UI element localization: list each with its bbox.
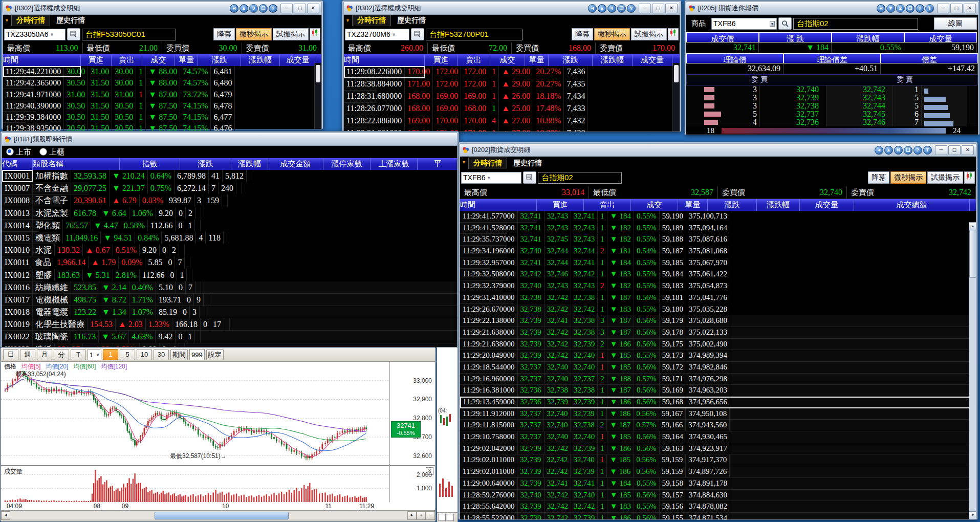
table-row[interactable]: 11:29:32.50800032,74232,74632,7421▼ 1830… <box>460 269 509 280</box>
tab-realtime[interactable]: 分時行情 <box>352 15 391 26</box>
table-row[interactable]: IX0022玻璃陶瓷116.73▼ 5.674.63%9.4201 <box>2 331 457 343</box>
column-header[interactable]: 成交總額 <box>854 199 970 211</box>
candle-chart-button[interactable] <box>964 171 975 184</box>
table-row[interactable]: IX0018電器電纜123.22▼ 1.341.07%85.1903 <box>2 306 457 318</box>
trial-match-button[interactable]: 試撮揭示 <box>273 28 309 40</box>
column-header[interactable]: 價差 <box>881 53 978 63</box>
table-row[interactable]: 11:29:21.63800032,73932,74232,7392▼ 1860… <box>460 339 976 351</box>
maximize-button[interactable]: ◻ <box>652 4 664 13</box>
column-header[interactable]: 理論價差 <box>783 53 881 63</box>
table-row[interactable]: IX0013水泥窯製616.78▼ 6.641.06%9.2002 <box>2 207 53 220</box>
column-header[interactable]: 漲跌 <box>549 54 593 66</box>
quick-minute-button-30[interactable]: 30 <box>154 349 169 360</box>
table-row[interactable]: 11:28:55.52200032,73932,74232,7391▼ 1860… <box>460 513 976 520</box>
period-button-分[interactable]: 分 <box>54 349 69 360</box>
table-row[interactable]: 11:29:41.52800032,74132,74332,7431▼ 1820… <box>460 223 507 234</box>
table-row[interactable]: IX0015機電類11,049.16▼ 94.510.84%5,681.8841… <box>2 232 57 244</box>
table-row[interactable]: 11:29:10.75800032,73732,74032,7401▼ 1850… <box>460 431 976 443</box>
minimize-button[interactable]: ─ <box>639 4 651 13</box>
titlebar-icon[interactable]: ? <box>913 146 922 155</box>
titlebar-icon[interactable]: ▲ <box>884 146 893 155</box>
table-row[interactable]: 11:28:22.086000169.00170.00170.004▲ 27.0… <box>344 115 367 127</box>
table-row[interactable]: 11:29:34.19600032,74032,74432,7442▼ 1810… <box>460 246 507 257</box>
table-row[interactable]: 432,73632,7467 <box>686 118 978 126</box>
table-row[interactable]: 11:29:02.01100032,73932,74232,7391▼ 1860… <box>460 466 976 478</box>
titlebar-icon[interactable]: ◄ <box>875 146 883 155</box>
titlebar[interactable]: [0302]選擇權成交明細 ◄▲4❏? ─ ◻ ✕ <box>343 2 680 15</box>
titlebar-icon[interactable]: ? <box>627 4 636 13</box>
column-header[interactable]: 類股名稱 <box>33 158 120 170</box>
titlebar-icon[interactable]: ❏ <box>617 4 626 13</box>
titlebar-icon[interactable]: T <box>925 4 934 13</box>
titlebar-icon[interactable]: T <box>923 146 932 155</box>
table-row[interactable]: 11:29:11.81500032,73732,74032,7382▼ 1870… <box>460 420 976 431</box>
period-button-月[interactable]: 月 <box>37 349 52 360</box>
table-row[interactable]: 11:28:38.884000171.00172.00172.001▲ 29.0… <box>344 78 377 91</box>
column-header[interactable]: 上漲家數 <box>371 158 418 170</box>
column-header[interactable]: 單量 <box>525 54 549 66</box>
symbol-lookup-button[interactable] <box>411 28 424 40</box>
titlebar[interactable]: [0202]期貨成交明細 ◄▲N❏?T ─ ◻ ✕ <box>460 143 976 157</box>
table-row[interactable]: IX0001加權指數32,593.58▼ 210.240.64%6,789.98… <box>2 170 33 182</box>
symbol-lookup-button[interactable] <box>67 28 80 40</box>
maximize-button[interactable]: ◻ <box>948 145 961 155</box>
table-row[interactable]: 11:29:39.38400030.5031.5030.501▼ 87.5074… <box>3 112 26 123</box>
column-header[interactable]: 成交 <box>631 199 678 211</box>
scroll-left-icon[interactable]: ◄ <box>1 511 10 520</box>
symbol-combobox[interactable]: TXZ32700M6∨ <box>345 29 409 40</box>
table-row[interactable]: IX0007不含金融29,077.25▼ 221.370.75%6,272.14… <box>2 182 89 194</box>
table-row[interactable]: 11:29:44.22100030.0031.0030.001▼ 88.0074… <box>3 66 81 77</box>
column-header[interactable]: 漲跌幅 <box>241 54 280 66</box>
column-header[interactable]: 漲跌幅 <box>832 32 904 42</box>
trial-match-button[interactable]: 試撮揭示 <box>927 171 963 184</box>
sort-desc-button[interactable]: 降冪 <box>572 28 593 40</box>
maximize-button[interactable]: ◻ <box>950 4 963 13</box>
column-header[interactable]: 時間 <box>344 54 425 66</box>
table-row[interactable]: 11:29:32.37900032,74032,74332,7432▼ 1820… <box>460 280 503 292</box>
titlebar-icon[interactable]: 2 <box>896 4 905 13</box>
table-row[interactable]: 11:29:42.36500030.5031.5030.001▼ 88.0074… <box>3 77 34 89</box>
volume-pane[interactable]: 成交量 ✕ 2,0001,000 <box>1 466 435 502</box>
column-header[interactable]: 買進 <box>425 54 458 66</box>
titlebar-icon[interactable]: ? <box>269 4 277 13</box>
table-row[interactable]: 11:28:59.27600032,74032,74232,7401▼ 1850… <box>460 490 976 502</box>
titlebar-icon[interactable]: ❏ <box>906 4 914 13</box>
column-header[interactable]: 賣出 <box>584 199 631 211</box>
column-header[interactable]: 漲跌幅 <box>231 158 268 170</box>
titlebar-icon[interactable]: ▼ <box>886 4 895 13</box>
table-row[interactable]: 11:29:40.39000030.5031.5030.501▼ 87.5074… <box>3 100 36 112</box>
column-header[interactable]: 時間 <box>3 54 81 66</box>
table-row[interactable]: 11:29:13.45900032,73632,73932,7391▼ 1860… <box>460 397 976 408</box>
titlebar-icon[interactable]: ◄ <box>588 4 597 13</box>
period-button-週[interactable]: 週 <box>20 349 35 360</box>
table-row[interactable]: 11:29:16.96000032,73732,74032,7372▼ 1880… <box>460 374 976 385</box>
candle-chart-button[interactable] <box>668 28 679 40</box>
price-chart-pane[interactable]: 價格均價[5]均價[20]均價[60]均價[120] 最高33,052(04:2… <box>1 362 435 466</box>
vertical-scrollbar[interactable]: ▲ ▼ <box>969 222 976 519</box>
table-row[interactable]: 11:28:31.680000168.00169.00169.001▲ 26.0… <box>344 91 377 103</box>
close-button[interactable]: ✕ <box>962 145 974 155</box>
column-header[interactable]: 成交價 <box>686 32 759 42</box>
column-header[interactable]: 漲跌 <box>708 199 757 211</box>
table-row[interactable]: 11:29:16.38100032,73632,73832,7381▼ 1870… <box>460 385 976 397</box>
table-row[interactable]: 11:29:20.04900032,73932,74232,7401▼ 1850… <box>460 350 976 362</box>
table-row[interactable]: 11:29:00.64000032,73932,74132,7411▼ 1840… <box>460 478 976 490</box>
radio-otc[interactable]: 上櫃 <box>39 147 64 157</box>
column-header[interactable]: 漲跌幅 <box>593 54 633 66</box>
table-row[interactable]: 11:29:02.01100032,73932,74232,7401▼ 1850… <box>460 454 976 466</box>
table-row[interactable]: IX0016紡織纖維523.85▼ 2.140.40%5.1007 <box>2 281 457 294</box>
minimize-button[interactable]: ─ <box>937 4 949 13</box>
column-header[interactable]: 成交量 <box>904 32 977 42</box>
column-header[interactable]: 理論價 <box>686 53 783 63</box>
column-header[interactable]: 成交 <box>490 54 525 66</box>
column-header[interactable]: 漲跌 <box>198 54 241 66</box>
symbol-combobox[interactable]: TXFB6▾ <box>711 18 777 30</box>
column-header[interactable]: 買進 <box>537 199 584 211</box>
minimize-button[interactable]: ─ <box>935 145 947 155</box>
hidden-window-button[interactable] <box>439 514 446 521</box>
table-row[interactable]: 11:29:41.57700032,74132,74332,7411▼ 1840… <box>460 211 537 223</box>
tab-realtime[interactable]: 分時行情 <box>468 158 507 169</box>
close-button[interactable]: ✕ <box>307 4 319 13</box>
zoom-out-icon[interactable]: － <box>426 511 435 520</box>
titlebar-icon[interactable]: N <box>894 146 903 155</box>
